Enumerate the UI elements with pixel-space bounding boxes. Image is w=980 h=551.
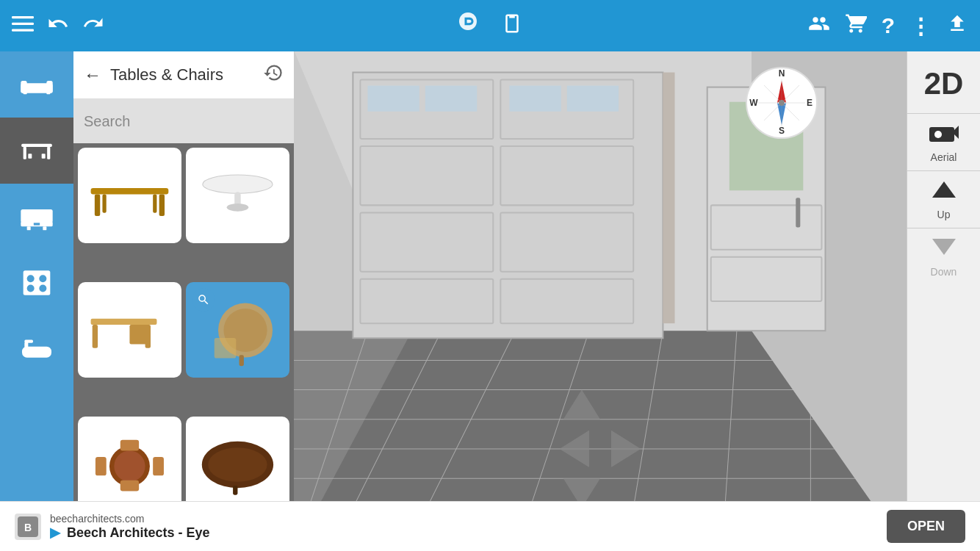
svg-rect-46 xyxy=(96,456,107,475)
svg-rect-13 xyxy=(21,209,52,223)
right-controls: 2D Aerial Up xyxy=(907,51,980,551)
category-sidebar xyxy=(0,51,73,551)
svg-marker-107 xyxy=(954,126,959,139)
down-view-button[interactable]: Down xyxy=(907,228,980,285)
sidebar-item-tv-stand[interactable] xyxy=(0,184,73,250)
items-panel: ← Tables & Chairs xyxy=(73,51,294,551)
svg-rect-45 xyxy=(120,480,139,491)
ad-app-icon: B xyxy=(15,514,41,540)
team-icon[interactable] xyxy=(808,12,830,40)
svg-rect-40 xyxy=(239,355,244,366)
svg-text:E: E xyxy=(807,98,813,108)
menu-icon[interactable] xyxy=(12,12,34,40)
svg-rect-44 xyxy=(120,439,139,450)
sidebar-item-bath[interactable] xyxy=(0,316,73,382)
cart-icon[interactable] xyxy=(845,12,867,40)
search-bar xyxy=(73,99,294,143)
sidebar-item-tables-chairs[interactable] xyxy=(0,118,73,184)
svg-rect-18 xyxy=(24,270,51,295)
view-2d-button[interactable]: 2D xyxy=(907,59,980,113)
svg-point-33 xyxy=(227,204,249,212)
svg-rect-6 xyxy=(24,90,27,94)
svg-rect-80 xyxy=(367,86,419,112)
svg-rect-88 xyxy=(796,198,800,227)
upload-icon[interactable] xyxy=(946,12,968,40)
svg-rect-50 xyxy=(233,486,237,495)
svg-text:N: N xyxy=(779,68,785,79)
svg-rect-7 xyxy=(46,90,50,94)
svg-point-19 xyxy=(27,275,35,282)
brand-logo[interactable] xyxy=(457,10,488,41)
ad-arrow-icon: ▶ xyxy=(50,525,60,540)
items-grid xyxy=(73,143,294,551)
undo-icon[interactable] xyxy=(47,12,69,40)
down-chevron-icon xyxy=(931,236,957,263)
grid-item-oval-table[interactable] xyxy=(186,417,289,512)
grid-item-round-table-chairs[interactable] xyxy=(78,417,181,512)
grid-item-round-table-small[interactable] xyxy=(186,282,289,378)
grid-item-long-table[interactable] xyxy=(78,148,181,243)
panel-title: Tables & Chairs xyxy=(110,65,254,84)
ad-text-block: beecharchitects.com ▶ Beech Architects -… xyxy=(50,513,887,541)
ad-open-button[interactable]: OPEN xyxy=(887,510,965,543)
svg-rect-34 xyxy=(91,318,157,324)
sidebar-item-stove[interactable] xyxy=(0,250,73,316)
svg-point-20 xyxy=(39,275,46,282)
history-button[interactable] xyxy=(263,62,284,87)
svg-point-21 xyxy=(27,285,35,292)
back-button[interactable]: ← xyxy=(84,65,101,85)
aerial-view-button[interactable]: Aerial xyxy=(907,113,980,170)
svg-rect-2 xyxy=(12,29,34,31)
svg-rect-29 xyxy=(102,194,106,212)
ad-url: beecharchitects.com xyxy=(50,513,887,525)
redo-icon[interactable] xyxy=(82,12,104,40)
grid-item-desk[interactable] xyxy=(78,282,181,378)
svg-rect-0 xyxy=(12,16,34,18)
up-view-button[interactable]: Up xyxy=(907,170,980,228)
sidebar-item-sofa[interactable] xyxy=(0,51,73,118)
panel-header: ← Tables & Chairs xyxy=(73,51,294,99)
svg-rect-11 xyxy=(28,154,32,159)
svg-text:W: W xyxy=(749,98,758,108)
svg-marker-109 xyxy=(932,181,956,198)
svg-marker-110 xyxy=(932,239,956,255)
compass: N S W E xyxy=(745,66,818,140)
help-icon[interactable]: ? xyxy=(882,13,895,38)
svg-point-22 xyxy=(39,285,46,292)
down-label: Down xyxy=(931,266,957,278)
svg-rect-10 xyxy=(47,147,50,159)
clipboard-icon[interactable] xyxy=(501,12,523,40)
svg-text:B: B xyxy=(24,522,32,533)
svg-rect-16 xyxy=(43,226,46,230)
svg-point-43 xyxy=(114,450,145,481)
svg-rect-82 xyxy=(509,86,561,112)
svg-rect-12 xyxy=(42,154,46,159)
search-input[interactable] xyxy=(84,107,284,136)
svg-rect-83 xyxy=(567,86,619,112)
svg-point-108 xyxy=(934,131,942,138)
svg-rect-47 xyxy=(153,456,164,475)
svg-rect-26 xyxy=(91,187,169,193)
up-chevron-icon xyxy=(931,179,957,206)
svg-rect-25 xyxy=(24,340,33,343)
svg-rect-27 xyxy=(95,194,100,216)
up-label: Up xyxy=(937,209,951,220)
svg-rect-30 xyxy=(153,194,156,212)
ad-banner: B beecharchitects.com ▶ Beech Architects… xyxy=(0,501,980,551)
camera-icon xyxy=(929,121,959,148)
svg-rect-41 xyxy=(215,338,237,358)
more-icon[interactable]: ⋮ xyxy=(909,13,932,39)
viewport[interactable]: N S W E xyxy=(294,51,907,551)
main-area: ← Tables & Chairs xyxy=(0,51,980,551)
svg-rect-1 xyxy=(12,22,34,24)
svg-rect-37 xyxy=(129,325,148,344)
search-overlay xyxy=(192,288,215,311)
svg-rect-15 xyxy=(27,226,31,230)
grid-item-pedestal-table[interactable] xyxy=(186,148,289,243)
svg-rect-28 xyxy=(159,194,165,216)
svg-point-31 xyxy=(203,174,273,192)
top-toolbar: ? ⋮ xyxy=(0,0,980,51)
svg-rect-81 xyxy=(425,86,477,112)
svg-rect-8 xyxy=(21,144,52,147)
svg-rect-17 xyxy=(34,223,40,225)
